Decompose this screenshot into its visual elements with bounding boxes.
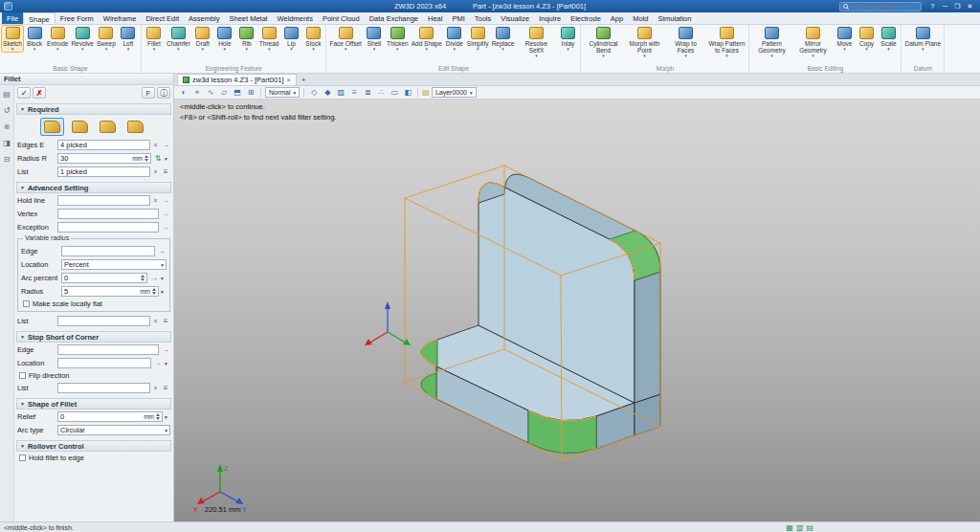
ribbon-button-morph-with-point[interactable]: Morph with Point▾ — [624, 26, 664, 58]
close-button[interactable]: ✕ — [964, 1, 976, 11]
ribbon-button-face-offset[interactable]: Face Offset▾ — [328, 26, 362, 52]
dropdown-arrow-icon[interactable]: ▾ — [246, 47, 249, 52]
ok-button[interactable]: ✓ — [17, 87, 31, 99]
dropdown-arrow-icon[interactable]: ▾ — [454, 47, 457, 52]
dropdown-arrow-icon[interactable]: ▾ — [81, 47, 84, 52]
ribbon-button-mirror-geometry[interactable]: Mirror Geometry▾ — [792, 26, 833, 58]
dropdown-arrow-icon[interactable]: ▾ — [161, 262, 164, 268]
dropdown-arrow-icon[interactable]: ▾ — [373, 47, 376, 52]
ribbon-button-loft[interactable]: Loft▾ — [118, 26, 139, 52]
exception-input[interactable] — [57, 222, 159, 233]
line-width-icon[interactable]: ≣ — [362, 87, 373, 99]
relief-input[interactable]: 0 mm — [57, 411, 163, 422]
tab-electrode[interactable]: Electrode — [566, 12, 606, 24]
spinner[interactable] — [152, 288, 156, 295]
ribbon-button-extrude[interactable]: Extrude▾ — [46, 26, 69, 52]
pick-arrow-icon[interactable]: → — [161, 196, 170, 205]
dropdown-arrow-icon[interactable]: ▾ — [268, 47, 271, 52]
ribbon-button-sweep[interactable]: Sweep▾ — [96, 26, 117, 52]
spinner[interactable] — [141, 275, 145, 281]
ribbon-button-wrap-pattern-to-faces[interactable]: Wrap Pattern to Faces▾ — [706, 26, 746, 58]
list-input[interactable] — [57, 383, 150, 393]
dropdown-arrow-icon[interactable]: ▾ — [643, 54, 646, 58]
edge-fillet-button[interactable] — [40, 118, 64, 136]
section-shape[interactable]: ▼ Shape of Fillet — [16, 398, 171, 410]
app-logo-icon[interactable] — [4, 2, 12, 11]
dropdown-arrow-icon[interactable]: ▾ — [224, 47, 227, 52]
dropdown-arrow-icon[interactable]: ▾ — [127, 47, 130, 52]
tab-assembly[interactable]: Assembly — [184, 12, 225, 24]
list-icon[interactable]: ≡ — [161, 317, 170, 325]
pick-arrow-icon[interactable]: → — [157, 247, 167, 255]
expand-list-icon[interactable]: » — [152, 168, 159, 175]
ribbon-button-thicken[interactable]: Thicken▾ — [386, 26, 410, 52]
dropdown-arrow-icon[interactable]: ▾ — [887, 47, 890, 52]
vr-arc-percent-input[interactable]: 0 — [61, 273, 147, 283]
filter-button[interactable]: F — [142, 87, 155, 99]
pick-arrow-icon[interactable]: → — [161, 141, 170, 149]
tab-point-cloud[interactable]: Point Cloud — [318, 12, 365, 24]
pick-filter-point-icon[interactable]: ⌖ — [191, 87, 203, 99]
dropdown-arrow-icon[interactable]: ▾ — [684, 54, 687, 58]
tab-weldments[interactable]: Weldments — [273, 12, 318, 24]
ribbon-button-add-shape[interactable]: Add Shape▾ — [411, 26, 443, 52]
grid-toggle-icon[interactable]: ▦ — [786, 523, 793, 532]
command-search[interactable] — [839, 2, 922, 11]
wall-end-face[interactable] — [635, 272, 660, 403]
section-rollover[interactable]: ▼ Rollover Control — [16, 440, 171, 452]
dropdown-arrow-icon[interactable]: ▾ — [843, 47, 846, 52]
dropdown-arrow-icon[interactable]: ▾ — [812, 54, 814, 58]
tab-direct-edit[interactable]: Direct Edit — [141, 12, 184, 24]
tab-heal[interactable]: Heal — [423, 12, 447, 24]
dropdown-arrow-icon[interactable]: ▾ — [477, 47, 479, 52]
tab-shape[interactable]: Shape — [23, 12, 56, 24]
maximize-button[interactable]: ❐ — [951, 1, 964, 11]
hatch-display-icon[interactable]: ▨ — [335, 87, 346, 99]
dropdown-arrow-icon[interactable]: ▾ — [33, 47, 36, 52]
viewport-canvas[interactable]: Z X Y — [174, 100, 980, 521]
tab-free-form[interactable]: Free Form — [56, 12, 99, 24]
list-icon[interactable]: ≡ — [161, 167, 170, 176]
pick-filter-curve-icon[interactable]: ∿ — [205, 87, 216, 99]
dropdown-arrow-icon[interactable]: ▾ — [725, 54, 728, 58]
tab-simulation[interactable]: Simulation — [653, 12, 696, 24]
flip-direction-checkbox[interactable] — [19, 372, 26, 379]
display-toggle-icon[interactable]: ▥ — [796, 523, 804, 532]
face-fillet-button[interactable] — [68, 118, 92, 136]
arc-type-select[interactable]: Circular ▾ — [57, 425, 170, 435]
tab-wireframe[interactable]: Wireframe — [99, 12, 142, 24]
spinner[interactable] — [156, 413, 160, 420]
new-tab-button[interactable]: + — [298, 74, 310, 85]
expand-picks-icon[interactable]: » — [152, 142, 159, 148]
tab-sheet-metal[interactable]: Sheet Metal — [225, 12, 273, 24]
document-tab[interactable]: zw3d lesson 4.Z3 - [Part001] × — [177, 74, 297, 85]
dropdown-arrow-icon[interactable]: ▾ — [153, 47, 156, 52]
search-input[interactable] — [851, 3, 918, 10]
tab-inquire[interactable]: Inquire — [534, 12, 566, 24]
dropdown-arrow-icon[interactable]: ▾ — [567, 47, 569, 52]
display-style-select[interactable]: Normal ▾ — [265, 87, 300, 98]
hold-line-input[interactable] — [57, 195, 150, 206]
dropdown-arrow-icon[interactable]: ▾ — [426, 47, 429, 52]
pick-arrow-icon[interactable]: → — [161, 345, 170, 354]
expand-list-icon[interactable]: » — [152, 385, 159, 391]
tab-app[interactable]: App — [606, 12, 628, 24]
help-button[interactable]: ? — [926, 1, 939, 11]
viewport[interactable]: <middle-click> to continue. <F8> or <Shi… — [174, 100, 980, 521]
ribbon-button-chamfer[interactable]: Chamfer▾ — [166, 26, 191, 52]
pick-arrow-icon[interactable]: → — [149, 274, 159, 282]
section-required[interactable]: ▼ Required — [16, 103, 171, 115]
list-input[interactable]: 1 picked — [57, 166, 150, 177]
line-style-icon[interactable]: ≡ — [348, 87, 360, 99]
ribbon-button-copy[interactable]: Copy▾ — [856, 26, 877, 52]
dropdown-arrow-icon[interactable]: ▾ — [11, 47, 14, 52]
dropdown-arrow-icon[interactable]: ▾ — [161, 289, 167, 295]
ribbon-button-draft[interactable]: Draft▾ — [192, 26, 213, 52]
tab-file[interactable]: File — [2, 12, 23, 24]
vr-location-select[interactable]: Percent ▾ — [61, 259, 167, 270]
dropdown-arrow-icon[interactable]: ▾ — [105, 47, 108, 52]
ribbon-button-resolve-selfx[interactable]: Resolve SelfX▾ — [516, 26, 556, 58]
radius-updown-icon[interactable]: ⇅ — [153, 154, 163, 163]
list-icon[interactable]: ≡ — [161, 384, 170, 392]
snap-toggle-icon[interactable]: ▤ — [806, 523, 813, 532]
